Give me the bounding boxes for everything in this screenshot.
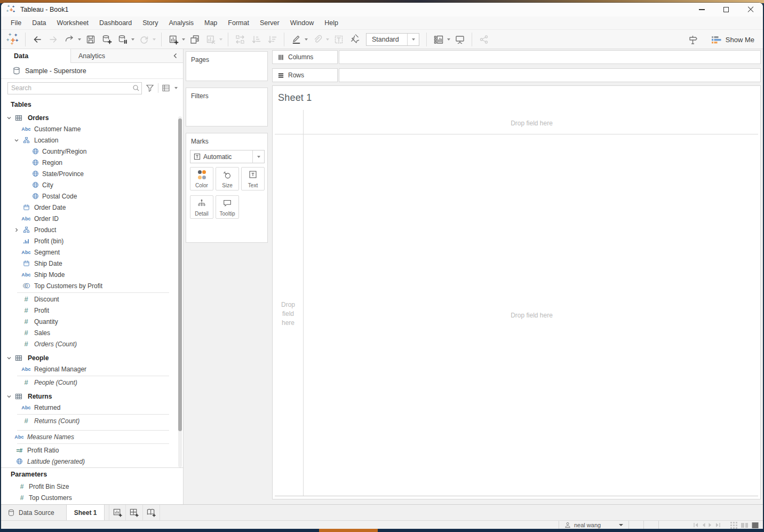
field-order-id[interactable]: Abc Order ID	[1, 213, 183, 224]
redo-button[interactable]	[46, 32, 61, 47]
field-state-province[interactable]: State/Province	[1, 168, 183, 179]
data-source-tab[interactable]: Data Source	[1, 505, 66, 520]
mark-type-caret[interactable]	[252, 150, 264, 163]
field-profit-bin[interactable]: Profit (bin)	[1, 235, 183, 247]
undo-button[interactable]	[30, 32, 45, 47]
field-latitude-generated[interactable]: Latitude (generated)	[1, 456, 183, 467]
next-sheet-icon[interactable]	[708, 522, 713, 528]
tab-analytics[interactable]: Analytics	[71, 49, 183, 63]
highlight-dropdown-caret[interactable]	[305, 38, 308, 41]
scrollbar-thumb[interactable]	[178, 118, 182, 431]
menu-map[interactable]: Map	[199, 17, 222, 29]
tab-data[interactable]: Data	[1, 49, 71, 63]
new-worksheet-button[interactable]	[166, 32, 181, 47]
pause-dropdown-caret[interactable]	[131, 38, 134, 41]
columns-shelf-label[interactable]: Columns	[272, 50, 338, 64]
maximize-button[interactable]	[714, 3, 738, 17]
sort-descending-button[interactable]	[265, 32, 280, 47]
show-me-button[interactable]: Show Me	[712, 36, 754, 44]
filmstrip-icon[interactable]	[741, 522, 748, 529]
chevron-down-icon[interactable]	[5, 115, 13, 121]
field-location[interactable]: Location	[1, 134, 183, 146]
view-options-icon[interactable]	[162, 84, 171, 92]
new-dashboard-tab-button[interactable]	[126, 505, 143, 520]
field-city[interactable]: City	[1, 179, 183, 190]
parameter-top-customers[interactable]: # Top Customers	[1, 492, 184, 503]
drop-zone-body[interactable]: Drop field here	[303, 134, 760, 496]
replay-dropdown-caret[interactable]	[78, 38, 81, 41]
menu-help[interactable]: Help	[319, 17, 344, 29]
presentation-mode-button[interactable]	[452, 32, 467, 47]
columns-shelf-dropzone[interactable]	[339, 50, 761, 64]
close-button[interactable]	[738, 3, 763, 17]
mark-labels-dropdown-caret[interactable]	[447, 38, 450, 41]
minimize-button[interactable]	[689, 3, 714, 17]
show-mark-labels-button[interactable]	[431, 32, 446, 47]
field-measure-names[interactable]: Abc Measure Names	[1, 431, 183, 442]
user-menu[interactable]: neal wang	[559, 521, 628, 529]
data-source-item[interactable]: Sample - Superstore	[1, 63, 183, 79]
tableau-home-button[interactable]: + + + + + +	[6, 32, 21, 47]
first-sheet-icon[interactable]	[693, 522, 699, 528]
field-region[interactable]: Region	[1, 157, 183, 168]
field-product[interactable]: Product	[1, 224, 183, 235]
field-segment[interactable]: Abc Segment	[1, 247, 183, 258]
field-customer-name[interactable]: Abc Customer Name	[1, 123, 183, 134]
field-profit-ratio[interactable]: =# Profit Ratio	[1, 444, 183, 456]
highlight-button[interactable]	[289, 32, 304, 47]
new-worksheet-dropdown-caret[interactable]	[182, 38, 185, 41]
map-signpost-button[interactable]	[686, 33, 701, 47]
field-ship-date[interactable]: Ship Date	[1, 258, 183, 269]
sheet1-tab[interactable]: Sheet 1	[66, 505, 105, 520]
menu-format[interactable]: Format	[222, 17, 254, 29]
show-tabs-icon[interactable]	[752, 522, 759, 529]
menu-server[interactable]: Server	[254, 17, 285, 29]
duplicate-sheet-button[interactable]	[187, 32, 202, 47]
replay-button[interactable]	[62, 32, 77, 47]
field-regional-manager[interactable]: Abc Regional Manager	[1, 363, 183, 375]
chevron-down-icon[interactable]	[5, 355, 13, 361]
color-button[interactable]: Color	[190, 167, 213, 190]
field-table-orders[interactable]: Orders	[1, 112, 183, 123]
fix-axes-button[interactable]	[347, 32, 362, 47]
field-orders-count[interactable]: # Orders (Count)	[1, 338, 183, 350]
field-people-count[interactable]: # People (Count)	[1, 377, 183, 388]
rows-shelf-label[interactable]: Rows	[272, 68, 338, 82]
chevron-down-icon[interactable]	[13, 138, 20, 143]
menu-analysis[interactable]: Analysis	[163, 17, 199, 29]
filters-shelf[interactable]: Filters	[186, 88, 268, 126]
field-discount[interactable]: # Discount	[1, 293, 183, 305]
search-input[interactable]	[8, 84, 131, 92]
field-order-date[interactable]: Order Date	[1, 202, 183, 213]
field-country-region[interactable]: Country/Region	[1, 146, 183, 157]
drop-zone-rows[interactable]: Drop field here	[276, 300, 300, 328]
rows-shelf-dropzone[interactable]	[339, 68, 761, 82]
last-sheet-icon[interactable]	[715, 522, 721, 528]
field-returned[interactable]: Abc Returned	[1, 402, 183, 413]
tooltip-button[interactable]: Tooltip	[216, 195, 239, 219]
text-button[interactable]: Text	[241, 167, 265, 190]
sort-ascending-button[interactable]	[249, 32, 264, 47]
new-data-source-button[interactable]	[99, 32, 114, 47]
data-pane-scrollbar[interactable]	[178, 116, 182, 467]
chevron-down-icon[interactable]	[5, 394, 13, 399]
field-profit[interactable]: # Profit	[1, 305, 183, 316]
parameter-profit-bin-size[interactable]: # Profit Bin Size	[1, 481, 184, 492]
detail-button[interactable]: Detail	[190, 195, 213, 219]
view-options-caret[interactable]	[174, 87, 178, 89]
filter-fields-icon[interactable]	[145, 83, 155, 93]
drop-zone-columns[interactable]: Drop field here	[303, 118, 760, 129]
menu-dashboard[interactable]: Dashboard	[94, 17, 137, 29]
menu-story[interactable]: Story	[137, 17, 163, 29]
new-story-tab-button[interactable]	[143, 505, 160, 520]
size-button[interactable]: Size	[216, 167, 239, 190]
chevron-right-icon[interactable]	[13, 227, 20, 233]
field-table-returns[interactable]: Returns	[1, 391, 183, 402]
save-button[interactable]	[83, 32, 98, 47]
field-quantity[interactable]: # Quantity	[1, 316, 183, 327]
field-returns-count[interactable]: # Returns (Count)	[1, 415, 183, 426]
sheet-canvas[interactable]: Sheet 1 Drop field here Drop field here …	[272, 85, 761, 499]
mark-type-dropdown[interactable]: Automatic	[190, 150, 265, 163]
menu-window[interactable]: Window	[285, 17, 319, 29]
field-sales[interactable]: # Sales	[1, 327, 183, 338]
